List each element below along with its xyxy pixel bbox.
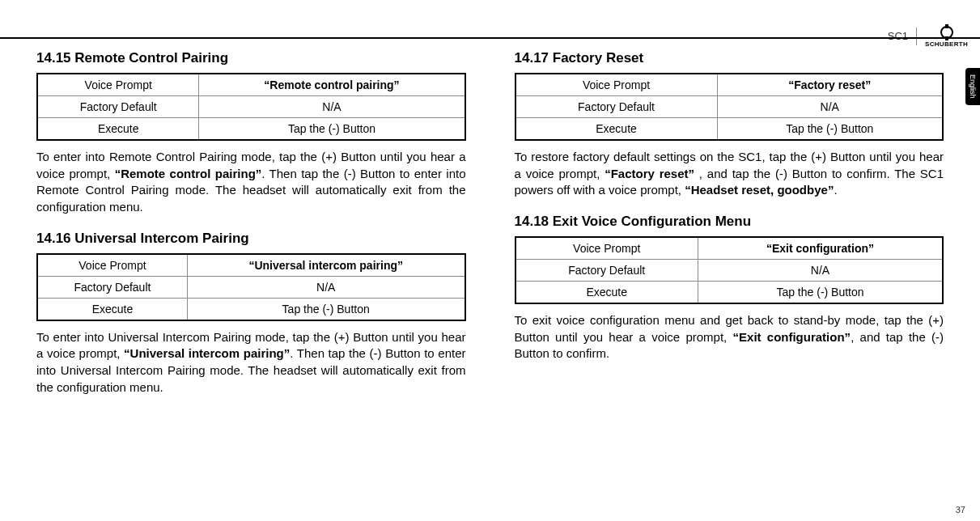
brand-logo: SCHUBERTH	[925, 24, 968, 48]
page-number: 37	[956, 505, 965, 515]
factory-default-value: N/A	[717, 96, 943, 118]
header-rule	[0, 37, 980, 39]
row-label-factory-default: Factory Default	[515, 260, 698, 282]
section-body-1415: To enter into Remote Control Pairing mod…	[36, 149, 466, 216]
left-column: 14.15 Remote Control Pairing Voice Promp…	[36, 50, 466, 411]
row-label-voice-prompt: Voice Prompt	[515, 74, 718, 96]
row-label-execute: Execute	[37, 298, 187, 320]
config-table-1417: Voice Prompt “Factory reset” Factory Def…	[515, 73, 944, 141]
header-bar: SC1 SCHUBERTH	[888, 24, 968, 48]
execute-value: Tap the (-) Button	[717, 118, 943, 141]
voice-prompt-value: “Remote control pairing”	[199, 74, 465, 96]
voice-prompt-value: “Universal intercom pairing”	[187, 254, 465, 277]
row-label-factory-default: Factory Default	[515, 96, 718, 118]
voice-prompt-value: “Factory reset”	[717, 74, 943, 96]
section-heading-1417: 14.17 Factory Reset	[515, 50, 944, 66]
svg-rect-1	[945, 24, 948, 28]
row-label-voice-prompt: Voice Prompt	[515, 237, 698, 260]
config-table-1416: Voice Prompt “Universal intercom pairing…	[36, 253, 466, 321]
config-table-1418: Voice Prompt “Exit configuration” Factor…	[515, 236, 944, 304]
row-label-factory-default: Factory Default	[37, 276, 187, 298]
content-columns: 14.15 Remote Control Pairing Voice Promp…	[36, 50, 944, 411]
model-label: SC1	[888, 30, 908, 42]
factory-default-value: N/A	[187, 276, 465, 298]
svg-point-0	[941, 27, 952, 38]
right-column: 14.17 Factory Reset Voice Prompt “Factor…	[515, 50, 944, 411]
config-table-1415: Voice Prompt “Remote control pairing” Fa…	[36, 73, 466, 141]
execute-value: Tap the (-) Button	[698, 282, 943, 304]
section-heading-1415: 14.15 Remote Control Pairing	[36, 50, 466, 66]
row-label-execute: Execute	[37, 118, 199, 141]
brand-name: SCHUBERTH	[925, 41, 968, 48]
section-body-1417: To restore factory default settings on t…	[515, 149, 944, 199]
language-tab: English	[965, 68, 980, 105]
section-body-1416: To enter into Universal Intercom Pairing…	[36, 329, 466, 396]
section-heading-1418: 14.18 Exit Voice Configuration Menu	[515, 214, 944, 230]
factory-default-value: N/A	[698, 260, 943, 282]
factory-default-value: N/A	[199, 96, 465, 118]
execute-value: Tap the (-) Button	[187, 298, 465, 320]
section-heading-1416: 14.16 Universal Intercom Pairing	[36, 231, 466, 247]
execute-value: Tap the (-) Button	[199, 118, 465, 141]
header-divider	[916, 28, 917, 45]
row-label-factory-default: Factory Default	[37, 96, 199, 118]
row-label-voice-prompt: Voice Prompt	[37, 254, 187, 277]
voice-prompt-value: “Exit configuration”	[698, 237, 943, 260]
row-label-execute: Execute	[515, 282, 698, 304]
row-label-execute: Execute	[515, 118, 718, 141]
section-body-1418: To exit voice configuration menu and get…	[515, 312, 944, 362]
row-label-voice-prompt: Voice Prompt	[37, 74, 199, 96]
